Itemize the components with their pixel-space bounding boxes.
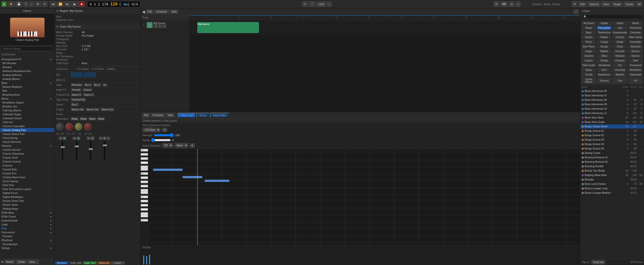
loop-item[interactable]: Blues Harmonica 07 4 xyxy=(580,93,644,98)
library-item[interactable]: Cosmic Ascent xyxy=(0,148,54,152)
filter-acoustic[interactable]: Acoustic xyxy=(612,49,628,53)
filter-strings[interactable]: Strings xyxy=(597,58,612,63)
solo-track-btn[interactable]: S xyxy=(158,24,162,28)
loops-search-input[interactable] xyxy=(581,14,643,19)
filter-dry[interactable]: Dry xyxy=(612,63,628,67)
filter-urban[interactable]: Urban xyxy=(612,21,628,25)
scale-q-btn[interactable]: Q xyxy=(190,143,195,148)
library-item[interactable]: Arrangement FX▶ xyxy=(0,57,54,61)
solo-3[interactable]: S xyxy=(91,137,94,140)
filter-vibes[interactable]: Vibes xyxy=(597,54,612,58)
library-item[interactable]: Analog Spheres xyxy=(0,73,54,77)
loop-btn[interactable]: ↺ xyxy=(302,1,308,7)
delete-btn[interactable]: Delete xyxy=(16,260,26,264)
filter-dark[interactable]: Dark xyxy=(628,58,643,63)
start-btn[interactable]: ⏭ xyxy=(64,1,71,7)
mixer-all-btn[interactable]: All xyxy=(636,1,642,7)
library-item[interactable]: Dark Percussion Layers xyxy=(0,187,54,191)
filter-distorted[interactable]: Distorted xyxy=(628,44,643,49)
library-item[interactable]: Dream Sines Pad xyxy=(0,199,54,203)
mute-4[interactable]: M xyxy=(99,137,102,140)
settings2-btn[interactable]: ⚙ xyxy=(572,1,578,7)
fader-track-3[interactable] xyxy=(89,140,92,160)
stereo-out3-val[interactable]: Stereo Out xyxy=(100,108,114,111)
synthesizer-category[interactable]: Synthesizer xyxy=(0,52,54,57)
quant-select[interactable]: 1/16 Note xyxy=(142,128,160,132)
solo-2[interactable]: S xyxy=(77,137,80,140)
filter-intense[interactable]: Intense xyxy=(628,54,643,58)
scale-off-select[interactable]: Off xyxy=(162,143,173,148)
fader-thumb-1[interactable] xyxy=(61,146,65,148)
eq-display[interactable] xyxy=(71,72,83,77)
loop-item[interactable]: Bongo Classic Break 32 110 - xyxy=(580,124,644,129)
filter-experimental[interactable]: Experimental xyxy=(612,30,628,35)
mixer-view-btn[interactable]: View xyxy=(602,1,611,7)
help-btn[interactable]: ? xyxy=(24,1,28,7)
fader-track-1[interactable] xyxy=(61,140,64,160)
filter-single[interactable]: Single xyxy=(612,40,628,44)
vel-bar-1[interactable] xyxy=(143,256,144,265)
library-item[interactable]: Classics▶ xyxy=(0,144,54,148)
mute-3[interactable]: M xyxy=(86,137,90,140)
track-content[interactable]: Big Syncer xyxy=(190,20,580,35)
filter-percussion[interactable]: Percussion xyxy=(597,26,612,30)
library-item[interactable]: Pad▶ xyxy=(0,226,54,230)
loop-item[interactable]: Booming Reverse 01 00:03 - xyxy=(580,155,644,160)
library-item[interactable]: Rhythmic▶ xyxy=(0,238,54,242)
piano-view-btn[interactable]: ⌨ xyxy=(500,1,508,7)
mute-4b[interactable]: D xyxy=(107,137,110,140)
list-view-btn[interactable]: ☰ xyxy=(494,1,499,7)
loop-item[interactable]: Blues Harmonica 10 4 93 C xyxy=(580,107,644,111)
library-item[interactable]: Strings▶ xyxy=(0,246,54,250)
swing-slider[interactable] xyxy=(151,138,171,142)
filter-all-drums[interactable]: All Drums xyxy=(581,21,596,25)
browser-btn[interactable]: ◫ xyxy=(509,1,514,7)
loop-item[interactable]: Blues Siren Bass 32 110 A# xyxy=(580,116,644,120)
spaced2-val[interactable]: Space D xyxy=(83,93,94,96)
filter-saxophone[interactable]: Saxophone xyxy=(597,72,612,77)
filter-ensemble[interactable]: Ensemble xyxy=(628,40,643,44)
read-val1[interactable]: Read xyxy=(71,117,78,120)
filter-fill[interactable]: Fill xyxy=(628,77,643,84)
library-item[interactable]: Cloud Diving xyxy=(0,136,54,140)
eq-display2[interactable] xyxy=(84,72,96,77)
library-item[interactable]: Analog Waves xyxy=(0,77,54,81)
filter-part[interactable]: Part xyxy=(612,77,628,84)
pan-knob-3[interactable] xyxy=(75,123,82,130)
fader-thumb-3[interactable] xyxy=(89,148,93,150)
filter-cheerful[interactable]: Cheerful xyxy=(612,58,628,63)
settings-icon[interactable]: ⚙ xyxy=(1,260,4,264)
spaced1-val[interactable]: Space D xyxy=(71,93,82,96)
stereo-out2-val[interactable]: Stereo Out xyxy=(86,108,99,111)
filter-guitars[interactable]: Guitars xyxy=(581,58,596,63)
library-item[interactable]: Cosmic Dust xyxy=(0,156,54,160)
mixer-edit-btn[interactable]: Edit xyxy=(578,1,587,7)
filter-mallets[interactable]: Mallets xyxy=(597,49,612,53)
fader-track-4[interactable] xyxy=(103,140,106,160)
library-item[interactable]: Celestial Voices xyxy=(0,116,54,120)
loop-item[interactable]: Bopping Wave Bass 16 128 D# xyxy=(580,173,644,178)
library-item[interactable]: Classic Analog Pad xyxy=(0,128,54,132)
loop-item[interactable]: Borealis 00:29 - xyxy=(580,178,644,182)
loop-item[interactable]: Boomy Tom Break 16 120 - xyxy=(580,169,644,173)
piano-note-2[interactable] xyxy=(182,176,202,178)
loop-item[interactable]: Boss Level Chimes 8 70 A# xyxy=(580,182,644,186)
channeleq2-val[interactable]: Channel EQ xyxy=(71,98,86,101)
q-btn[interactable]: Q xyxy=(162,128,167,132)
vel-bar-2[interactable] xyxy=(146,256,147,265)
pan-knob-4[interactable] xyxy=(84,123,92,130)
filter-bongo[interactable]: Bongo xyxy=(597,44,612,49)
library-item[interactable]: Drifting Away xyxy=(0,207,54,211)
piano-note-3[interactable] xyxy=(205,180,229,182)
filter-jazz[interactable]: Jazz xyxy=(612,26,628,30)
loop-item[interactable]: Booming Reverse 02 00:03 - xyxy=(580,160,644,164)
solo-1[interactable]: S xyxy=(63,137,66,140)
save-btn[interactable]: Save... xyxy=(28,260,39,264)
cpu-btn[interactable]: ⚡ xyxy=(8,1,14,7)
loop-item[interactable]: Blues Siren Guitar 16 110 A# xyxy=(580,120,644,124)
tab-piano-roll[interactable]: Piano Roll xyxy=(178,113,196,118)
library-item[interactable]: Boarding Area xyxy=(0,93,54,97)
filter-orchestral[interactable]: Orchestral xyxy=(628,26,643,30)
library-item[interactable]: Dark Pad xyxy=(0,183,54,187)
library-item[interactable]: EDM Chord▶ xyxy=(0,215,54,219)
